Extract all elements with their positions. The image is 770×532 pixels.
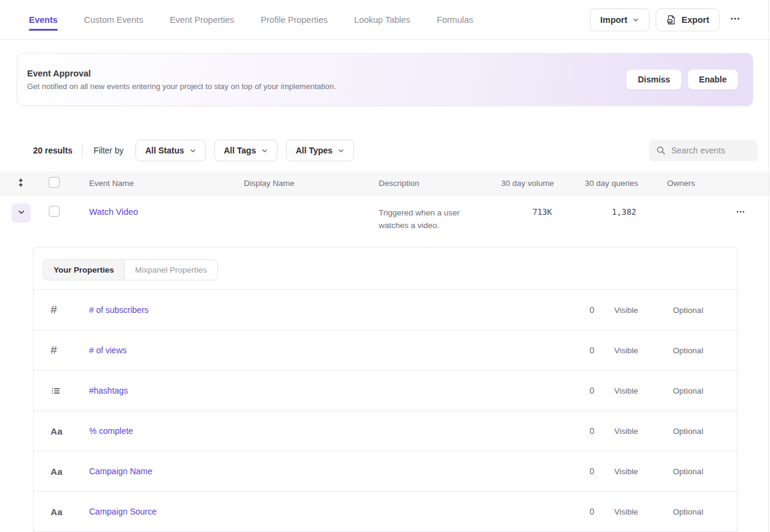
banner-subtitle: Get notified on all new events entering … <box>27 82 336 91</box>
results-count: 20 results <box>33 146 72 155</box>
properties-list: # # of subscribers 0 Visible Optional # … <box>34 289 737 532</box>
property-queries: 0 <box>542 426 602 436</box>
filter-toolbar: 20 results Filter by All Status All Tags… <box>0 140 770 161</box>
property-queries: 0 <box>542 386 602 395</box>
select-all-checkbox[interactable] <box>49 177 60 188</box>
svg-text:csv: csv <box>668 19 673 22</box>
property-row: Aa Campaign Name 0 Visible Optional <box>34 451 737 492</box>
tags-filter-value: All Tags <box>224 146 256 155</box>
column-header-event-name: Event Name <box>66 179 244 188</box>
status-filter-dropdown[interactable]: All Status <box>135 140 206 161</box>
event-description: Triggered when a user watches a video. <box>379 196 490 232</box>
scrollbar-track[interactable] <box>768 0 769 532</box>
number-type-icon: # <box>34 344 89 357</box>
row-overflow-menu-button[interactable] <box>731 203 750 223</box>
import-button[interactable]: Import <box>590 8 650 31</box>
toolbar-divider <box>82 143 82 158</box>
event-row-watch-video: Watch Video Triggered when a user watche… <box>0 196 770 242</box>
property-visibility: Visible <box>602 346 650 355</box>
tab-lookup-tables[interactable]: Lookup Tables <box>354 0 410 39</box>
property-visibility: Visible <box>602 386 650 395</box>
events-table-header: Event Name Display Name Description 30 d… <box>0 172 770 196</box>
export-button[interactable]: csv Export <box>656 8 719 31</box>
tab-mixpanel-properties[interactable]: Mixpanel Properties <box>125 260 217 280</box>
ellipsis-icon <box>729 17 741 26</box>
column-header-queries: 30 day queries <box>554 179 638 188</box>
property-row: # # of subscribers 0 Visible Optional <box>34 290 737 330</box>
text-type-icon: Aa <box>34 507 89 517</box>
chevron-down-icon <box>17 208 25 218</box>
column-header-volume: 30 day volume <box>494 179 554 188</box>
types-filter-dropdown[interactable]: All Types <box>286 140 354 161</box>
tab-formulas[interactable]: Formulas <box>437 0 473 39</box>
banner-title: Event Approval <box>27 69 336 78</box>
property-visibility: Visible <box>602 507 650 516</box>
collapse-vertical-icon <box>16 178 25 189</box>
property-row: Aa % complete 0 Visible Optional <box>34 411 737 451</box>
property-name-link[interactable]: Campaign Name <box>89 466 542 476</box>
property-status: Optional <box>650 507 726 516</box>
row-checkbox[interactable] <box>49 206 60 217</box>
filter-by-label: Filter by <box>93 146 123 155</box>
property-name-link[interactable]: # of subscribers <box>89 305 542 315</box>
property-visibility: Visible <box>602 467 650 476</box>
collapse-row-button[interactable] <box>11 203 31 223</box>
properties-tab-control: Your Properties Mixpanel Properties <box>43 259 218 280</box>
status-filter-value: All Status <box>145 146 184 155</box>
property-name-link[interactable]: # of views <box>89 345 542 355</box>
top-navigation: Events Custom Events Event Properties Pr… <box>0 0 770 40</box>
search-box <box>649 140 758 161</box>
event-volume-value: 713K <box>494 196 554 217</box>
column-header-display-name: Display Name <box>244 179 379 188</box>
enable-button[interactable]: Enable <box>688 69 738 90</box>
collapse-all-button[interactable] <box>16 178 37 189</box>
property-status: Optional <box>650 386 726 395</box>
import-button-label: Import <box>600 15 627 25</box>
property-row: Aa Campaign Source 0 Visible Optional <box>34 492 737 532</box>
dismiss-button[interactable]: Dismiss <box>626 69 682 90</box>
property-status: Optional <box>650 467 726 476</box>
property-queries: 0 <box>542 305 602 315</box>
chevron-down-icon <box>190 147 196 154</box>
property-name-link[interactable]: Campaign Source <box>89 507 542 516</box>
chevron-down-icon <box>632 16 639 23</box>
chevron-down-icon <box>261 147 268 154</box>
search-input[interactable] <box>671 146 751 155</box>
tab-event-properties[interactable]: Event Properties <box>170 0 234 39</box>
number-type-icon: # <box>34 303 89 317</box>
property-name-link[interactable]: #hashtags <box>89 386 542 395</box>
property-name-link[interactable]: % complete <box>89 426 542 436</box>
event-approval-banner: Event Approval Get notified on all new e… <box>17 53 753 106</box>
property-status: Optional <box>650 427 726 436</box>
search-icon <box>656 146 666 155</box>
text-type-icon: Aa <box>34 466 89 477</box>
event-queries-value: 1,382 <box>554 196 638 217</box>
list-type-icon <box>34 386 89 396</box>
lexicon-tabs: Events Custom Events Event Properties Pr… <box>29 0 473 39</box>
types-filter-value: All Types <box>296 146 332 155</box>
property-queries: 0 <box>542 345 602 355</box>
ellipsis-icon <box>735 210 746 219</box>
overflow-menu-button[interactable] <box>725 9 745 30</box>
tab-events[interactable]: Events <box>29 0 58 39</box>
event-name-link[interactable]: Watch Video <box>66 196 244 217</box>
export-button-label: Export <box>682 15 709 25</box>
column-header-description: Description <box>379 179 494 188</box>
property-visibility: Visible <box>602 427 650 436</box>
property-queries: 0 <box>542 466 602 476</box>
chevron-down-icon <box>338 147 344 154</box>
property-status: Optional <box>650 346 726 355</box>
property-visibility: Visible <box>602 306 650 315</box>
tags-filter-dropdown[interactable]: All Tags <box>214 140 278 161</box>
property-queries: 0 <box>542 507 602 516</box>
property-row: #hashtags 0 Visible Optional <box>34 371 737 411</box>
csv-file-icon: csv <box>666 14 677 25</box>
property-status: Optional <box>650 306 726 315</box>
property-row: # # of views 0 Visible Optional <box>34 330 737 371</box>
tab-profile-properties[interactable]: Profile Properties <box>261 0 328 39</box>
text-type-icon: Aa <box>34 426 89 436</box>
tab-your-properties[interactable]: Your Properties <box>43 260 125 280</box>
tab-custom-events[interactable]: Custom Events <box>84 0 143 39</box>
event-properties-panel: Your Properties Mixpanel Properties # # … <box>33 247 737 532</box>
column-header-owners: Owners <box>638 179 722 188</box>
